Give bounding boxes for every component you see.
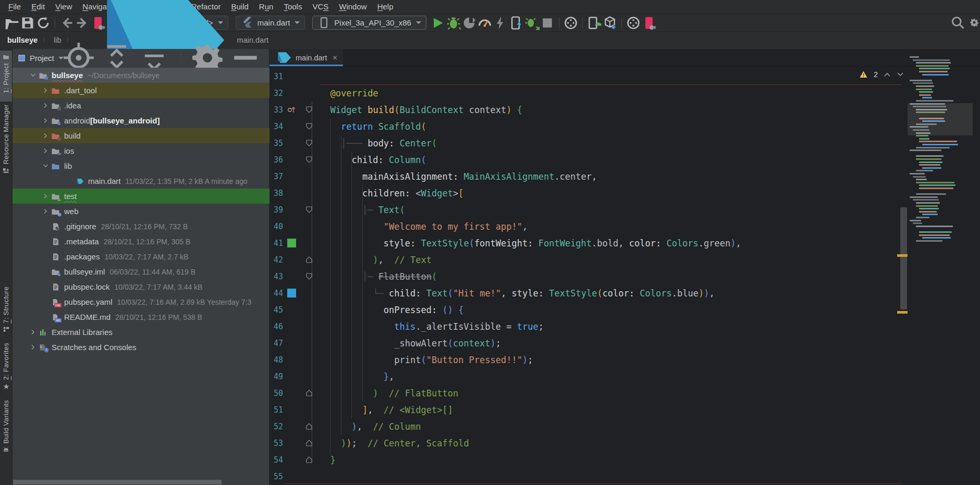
- device-explorer-icon[interactable]: [626, 16, 641, 30]
- chevron-right-icon[interactable]: [40, 147, 51, 154]
- tree-row-bullseye-iml[interactable]: bullseye.iml06/03/22, 11:44 AM, 619 B: [13, 264, 296, 279]
- menu-item-view[interactable]: View: [50, 0, 77, 14]
- chevron-right-icon[interactable]: [40, 132, 51, 139]
- sync-icon[interactable]: [35, 16, 51, 30]
- code-line[interactable]: ], // <Widget>[]: [320, 402, 453, 418]
- search-everywhere-icon[interactable]: [950, 15, 965, 30]
- code-line[interactable]: └─ child: Text("Hit me!", style: TextSty…: [320, 285, 715, 302]
- settings-icon[interactable]: [966, 15, 980, 30]
- fold-marker-down-icon[interactable]: [306, 156, 312, 163]
- warning-stripe-mark[interactable]: [897, 311, 908, 314]
- tree-row-pubspec-lock[interactable]: pubspec.lock10/03/22, 7:17 AM, 3.44 kB: [13, 279, 296, 294]
- editor-area[interactable]: main.dart✕ 3132 @override33 Widget build…: [270, 49, 980, 485]
- tree-row-build[interactable]: build: [13, 128, 296, 143]
- tree-row-External-Libraries[interactable]: External Libraries: [13, 325, 284, 340]
- fold-marker-down-icon[interactable]: [306, 206, 312, 213]
- code-line[interactable]: return Scaffold(: [320, 118, 426, 135]
- code-line[interactable]: _showAlert(context);: [320, 335, 501, 352]
- tree-row-web[interactable]: web: [13, 204, 296, 219]
- profile-button[interactable]: [461, 16, 477, 30]
- tree-row--metadata[interactable]: .metadata28/10/21, 12:16 PM, 305 B: [13, 234, 296, 249]
- flutter-performance-icon[interactable]: [493, 16, 508, 30]
- tab-main-dart[interactable]: main.dart✕: [270, 49, 343, 66]
- tree-row--idea[interactable]: .idea: [13, 98, 296, 113]
- project-panel-title[interactable]: Project: [30, 54, 54, 63]
- code-line[interactable]: ), // Column: [320, 418, 421, 435]
- horizontal-scrollbar-thumb[interactable]: [13, 480, 222, 484]
- code-line[interactable]: │─ FlatButton(: [320, 268, 437, 285]
- chevron-down-icon[interactable]: [40, 163, 51, 169]
- avd-selector[interactable]: Pixel_3a_API_30_x86: [312, 16, 426, 30]
- overriding-method-icon[interactable]: [287, 105, 296, 114]
- device-manager-icon[interactable]: [563, 16, 579, 30]
- stripe-item-1-project[interactable]: 1: Project: [0, 51, 12, 102]
- avd-manager-icon[interactable]: [586, 16, 602, 30]
- fold-marker-down-icon[interactable]: [306, 273, 312, 280]
- tree-row-bullseye[interactable]: bullseye ~/Documents/bullseye: [13, 68, 284, 83]
- fold-marker-down-icon[interactable]: [306, 106, 312, 113]
- code-line[interactable]: child: Column(: [320, 152, 426, 168]
- sdk-manager-icon[interactable]: [602, 16, 618, 30]
- tree-row-ios[interactable]: ios: [13, 143, 296, 158]
- code-line[interactable]: ), // Text: [320, 252, 432, 268]
- next-warning-icon[interactable]: [897, 71, 904, 78]
- tree-row--packages[interactable]: .packages10/03/22, 7:17 AM, 2.7 kB: [13, 249, 296, 264]
- vertical-scrollbar-thumb[interactable]: [900, 207, 907, 309]
- fold-marker-up-icon[interactable]: [306, 423, 312, 430]
- code-line[interactable]: mainAxisAlignment: MainAxisAlignment.cen…: [320, 168, 597, 185]
- tab-close-icon[interactable]: ✕: [332, 54, 337, 61]
- tree-row-pubspec-yaml[interactable]: YMLpubspec.yaml10/03/22, 7:16 AM, 2.89 k…: [13, 294, 296, 309]
- chevron-right-icon[interactable]: [40, 193, 51, 200]
- chevron-right-icon[interactable]: [40, 87, 51, 94]
- code-line[interactable]: this._alertIsVisible = true;: [320, 318, 544, 335]
- hot-reload-icon[interactable]: [508, 16, 524, 30]
- debug-button[interactable]: [446, 16, 461, 30]
- tree-row--dart-tool[interactable]: .dart_tool: [13, 83, 296, 98]
- back-icon[interactable]: [59, 16, 75, 30]
- profiler-icon[interactable]: [477, 16, 493, 30]
- chevron-right-icon[interactable]: [27, 344, 39, 351]
- color-preview-green-icon[interactable]: [287, 239, 296, 247]
- stripe-item-build-variants[interactable]: Build Variants: [0, 397, 12, 477]
- chevron-right-icon[interactable]: [40, 208, 51, 215]
- fold-marker-up-icon[interactable]: [306, 456, 312, 463]
- fold-marker-up-icon[interactable]: [306, 390, 312, 396]
- tree-row-android[interactable]: android [bullseye_android]: [13, 113, 296, 128]
- chevron-right-icon[interactable]: [40, 102, 51, 109]
- color-preview-blue-icon[interactable]: [287, 289, 296, 297]
- menu-item-tools[interactable]: Tools: [278, 0, 307, 14]
- breadcrumb-item-bullseye[interactable]: bullseye: [7, 36, 38, 44]
- tree-row-test[interactable]: test: [13, 189, 296, 204]
- hot-restart-icon[interactable]: [524, 16, 540, 30]
- warning-stripe-mark[interactable]: [897, 254, 908, 257]
- menu-item-window[interactable]: Window: [334, 0, 372, 14]
- save-icon[interactable]: [20, 16, 35, 30]
- fold-marker-down-icon[interactable]: [306, 123, 312, 130]
- stripe-item-2-favorites[interactable]: 2: Favorites: [0, 340, 12, 395]
- minimap-viewport[interactable]: [908, 103, 973, 135]
- minimap[interactable]: [910, 56, 971, 249]
- code-line[interactable]: )); // Center, Scaffold: [320, 435, 469, 452]
- stop-button[interactable]: [540, 16, 555, 30]
- tree-row-Scratches-and-Consoles[interactable]: Scratches and Consoles: [13, 340, 284, 355]
- code-line[interactable]: }: [320, 452, 336, 468]
- run-button[interactable]: [430, 16, 446, 30]
- code-line[interactable]: "Welcome to my first app!",: [320, 218, 528, 235]
- code-line[interactable]: ) // FlatButton: [320, 385, 458, 402]
- chevron-down-icon[interactable]: [27, 72, 39, 79]
- fold-marker-up-icon[interactable]: [306, 256, 312, 263]
- warning-icon[interactable]: [859, 70, 868, 79]
- fold-marker-down-icon[interactable]: [306, 140, 312, 146]
- tree-row-lib[interactable]: lib: [13, 158, 296, 173]
- chevron-right-icon[interactable]: [40, 117, 51, 124]
- chevron-right-icon[interactable]: [27, 329, 39, 335]
- fold-marker-up-icon[interactable]: [306, 440, 312, 446]
- stripe-item-7-structure[interactable]: 7: Structure: [0, 283, 12, 339]
- code-line[interactable]: │─── body: Center(: [320, 135, 437, 152]
- tree-row--gitignore[interactable]: .gitignore28/10/21, 12:16 PM, 732 B: [13, 219, 296, 234]
- menu-item-help[interactable]: Help: [372, 0, 399, 14]
- code-line[interactable]: @override: [320, 85, 378, 102]
- menu-item-vcs[interactable]: VCS: [307, 0, 334, 14]
- code-line[interactable]: Widget build(BuildContext context) {: [320, 102, 522, 118]
- tree-row-README-md[interactable]: MDREADME.md28/10/21, 12:16 PM, 538 B: [13, 309, 296, 325]
